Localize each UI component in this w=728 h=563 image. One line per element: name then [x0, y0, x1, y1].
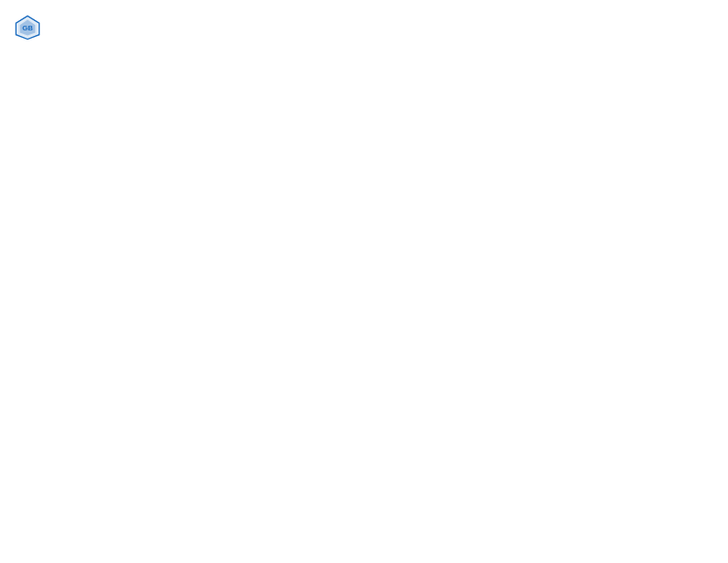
svg-text:GB: GB	[22, 24, 33, 32]
logo-icon: GB	[15, 15, 40, 40]
page-header: GB	[15, 15, 713, 40]
logo: GB	[15, 15, 44, 40]
